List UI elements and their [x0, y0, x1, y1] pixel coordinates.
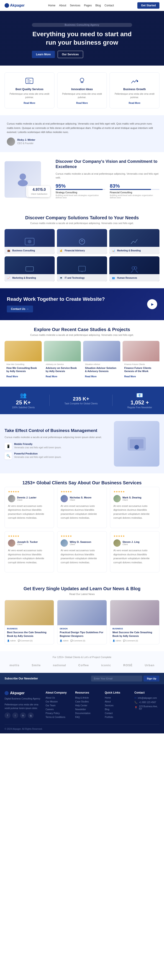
case-title: Explore Our Recent Case Studies & Projec…	[5, 327, 159, 332]
service-card-1-link[interactable]: Read More	[24, 102, 35, 104]
case-card-3-link[interactable]: Read More	[85, 375, 97, 378]
solutions-desc: Cursus mattis molestie a iaculis at erat…	[25, 222, 139, 224]
nav-blog[interactable]: Blog	[96, 4, 101, 7]
blog-subtitle: Read Our Latest News	[5, 593, 159, 595]
case-card-4: Finance Future Clients Finance Future Cl…	[123, 341, 160, 380]
newsletter-email-input[interactable]	[91, 676, 142, 681]
solution-label-4: Marketing & Branding	[12, 277, 36, 279]
service-cards-section: Best Quality Services Pellentesque urna …	[0, 65, 164, 115]
footer-link-1[interactable]: About Us	[46, 697, 71, 699]
stats-divider-2	[112, 395, 113, 406]
service-card-2-link[interactable]: Read More	[76, 102, 88, 104]
footer-quick-2[interactable]: About	[105, 700, 130, 703]
quote-section: Cursus mattis molestie a iaculis at erat…	[0, 115, 164, 152]
service-card-3-link[interactable]: Read More	[129, 102, 140, 104]
footer-res-4[interactable]: Newsletter	[75, 708, 100, 711]
blog-card-1-image	[5, 600, 54, 625]
partners-text: For 1253+ Global Clients & Lot's of Proj…	[5, 656, 159, 659]
ttext-3: At vero eoset accusamus iusto dignissimo…	[113, 504, 156, 520]
our-services-button[interactable]: Our Services	[57, 51, 83, 58]
case-card-1-image	[5, 341, 42, 361]
cta-contact-button[interactable]: Contact Us →	[7, 305, 33, 312]
footer-quick-1[interactable]: Home	[105, 697, 130, 699]
solution-icon-4: 📈	[6, 275, 11, 280]
case-card-2-link[interactable]: Read More	[46, 375, 57, 378]
footer-link-2[interactable]: Our Mission	[46, 700, 71, 703]
linkedin-icon[interactable]: in	[20, 713, 26, 718]
nav-about[interactable]: About	[59, 4, 66, 7]
play-button[interactable]	[147, 299, 157, 309]
solution-icon-3: 📊	[111, 248, 116, 253]
blog-card-1-author: 👤 Admin	[7, 640, 16, 642]
case-card-1-link[interactable]: Read More	[6, 375, 18, 378]
footer-col-contact: Contact ✉ info@akpager.com 📞 +1 800 123 …	[134, 691, 159, 720]
nav-services[interactable]: Services	[70, 4, 80, 7]
blog-card-2-image	[57, 600, 107, 625]
footer-res-5[interactable]: Documentation	[75, 712, 100, 714]
newsletter-signup-button[interactable]: Sign Up	[143, 676, 159, 681]
blog-card-2-comments: 💬 Comment (0)	[70, 640, 85, 642]
stats-label-1: 100% Satisfied Clients	[12, 406, 35, 409]
newsletter-form: Sign Up	[91, 676, 159, 681]
blog-card-3: Business Meet Success the Cale Smashing …	[110, 600, 159, 644]
solution-label-6: Human Resources	[117, 277, 137, 279]
ttext-1: At vero eoset accusamus iusto dignissimo…	[8, 504, 51, 520]
biz-content: Take Effect Control of Business Manageme…	[5, 428, 109, 459]
svg-rect-9	[79, 266, 85, 271]
footer-res-3[interactable]: Help Center	[75, 704, 100, 707]
footer-quick-5[interactable]: Contact	[105, 712, 130, 714]
footer-res-6[interactable]: FAQ	[75, 716, 100, 718]
footer-link-3[interactable]: Our Team	[46, 704, 71, 707]
testimonial-5: ★★★★★ Wiley D. Swanson Client At vero eo…	[57, 531, 107, 573]
partners-logos: mollis Smile national Coffee iconic ROSÉ…	[5, 662, 159, 668]
footer-res-2[interactable]: Case Studies	[75, 700, 100, 703]
company-desc: Cursus mattis molestie a iaculis at erat…	[56, 172, 159, 180]
stats-num-2: 235 K+	[64, 396, 98, 402]
learn-more-button[interactable]: Learn More	[32, 51, 55, 58]
location-icon: 📍	[134, 706, 138, 709]
biz-image	[114, 421, 159, 466]
twitter-icon[interactable]: t	[12, 713, 18, 718]
service-card-1: Best Quality Services Pellentesque urna …	[5, 72, 54, 108]
instagram-icon[interactable]: ig	[28, 713, 34, 718]
nav-pages[interactable]: Pages	[84, 4, 92, 7]
footer-logo-text: Akpager	[10, 691, 25, 695]
service-card-3-title: Business Growth	[113, 88, 156, 91]
phone-icon: 📞	[134, 701, 138, 704]
facebook-icon[interactable]: f	[5, 713, 11, 718]
footer-col-about-title: About Company	[46, 691, 71, 694]
footer-link-5[interactable]: Privacy Policy	[46, 712, 71, 714]
ttext-5: At vero eoset accusamus iusto dignissimo…	[61, 549, 103, 565]
company-image-area: 3,863,42 Project Completions 4.97/5.0 Cl…	[5, 161, 50, 199]
footer-link-4[interactable]: Careers	[46, 708, 71, 711]
svg-point-2	[137, 81, 138, 82]
blog-title: Get Every Single Updates and Learn Our N…	[5, 586, 159, 591]
partner-4: Coffee	[76, 662, 91, 668]
stat-badge-2: 4.97/5.0 Client Satisfaction	[28, 186, 50, 197]
case-card-4-tag: Finance Future Clients	[124, 363, 158, 366]
biz-feature-1-title: Mobile Friendly	[14, 443, 62, 445]
service-card-3-desc: Pellentesque urna vesta site orna vestit…	[113, 92, 156, 99]
case-card-4-link[interactable]: Read More	[124, 375, 136, 378]
blog-grid: Business Best Success the Cale Smashing …	[5, 600, 159, 644]
footer-link-6[interactable]: Terms & Conditions	[46, 716, 71, 718]
get-started-button[interactable]: Get Started	[137, 2, 159, 9]
stats-icon-3: 📧	[127, 392, 152, 398]
stars-5: ★★★★★	[61, 535, 103, 538]
partner-6: ROSÉ	[121, 662, 135, 668]
footer-quick-3[interactable]: Services	[105, 704, 130, 707]
solution-icon-5: 💻	[59, 275, 63, 280]
footer-res-1[interactable]: Blog & Article	[75, 697, 100, 699]
footer-quick-4[interactable]: Blog	[105, 708, 130, 711]
trole-5: Client	[70, 543, 91, 546]
nav-contact[interactable]: Contact	[105, 4, 114, 7]
testimonial-3: ★★★★★ Mark S. Dearing Client At vero eos…	[110, 487, 159, 528]
footer-quick-6[interactable]: Portfolio	[105, 716, 130, 718]
case-grid: How We Consulting How We Consulting Book…	[5, 341, 159, 380]
quote-author: Ricky J. Winter CEO & Founder	[7, 138, 157, 146]
ttext-6: At vero eoset accusamus iusto dignissimo…	[113, 549, 156, 565]
nav-home[interactable]: Home	[48, 4, 55, 7]
stars-4: ★★★★★	[8, 535, 51, 538]
blog-card-2: Design Practical Design Tips Guidelines …	[57, 600, 107, 644]
blog-card-3-tag: Business	[113, 628, 157, 630]
